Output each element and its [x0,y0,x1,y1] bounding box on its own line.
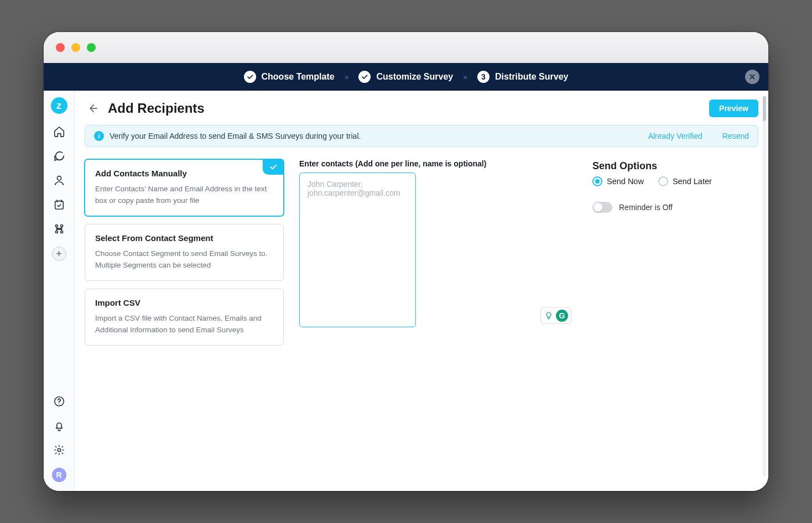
step-customize-survey[interactable]: Customize Survey [358,71,453,83]
help-icon[interactable] [53,395,66,408]
option-title: Select From Contact Segment [95,233,273,243]
checkmark-icon [358,71,371,83]
send-timing-radio-group: Send Now Send Later [592,176,758,186]
option-add-manually[interactable]: Add Contacts Manually Enter Contacts' Na… [85,159,284,216]
grammarly-icon[interactable]: G [556,310,568,322]
chat-icon[interactable] [53,149,66,163]
resend-link[interactable]: Resend [722,132,749,140]
radio-send-later[interactable]: Send Later [658,176,712,186]
window-minimize-icon[interactable] [71,43,80,52]
step-distribute-survey[interactable]: 3 Distribute Survey [477,71,568,83]
app-body: z + [44,91,768,491]
option-title: Add Contacts Manually [95,169,273,178]
window-titlebar [44,32,768,63]
contacts-textarea[interactable] [299,172,416,327]
radio-label: Send Later [673,177,712,186]
app-window: Choose Template » Customize Survey » 3 D… [44,32,768,491]
brand-logo-icon[interactable]: z [51,97,67,114]
step-label: Choose Template [262,72,335,82]
contacts-entry-column: Enter contacts (Add one per line, name i… [299,159,577,330]
option-title: Import CSV [95,298,273,307]
reminder-toggle-row: Reminder is Off [592,202,758,213]
step-label: Distribute Survey [495,72,568,82]
radio-label: Send Now [607,177,644,186]
textarea-extension-badges: G [540,307,571,324]
option-desc: Choose Contact Segment to send Email Sur… [95,248,273,271]
page-title: Add Recipients [108,101,205,116]
option-contact-segment[interactable]: Select From Contact Segment Choose Conta… [85,224,284,281]
window-zoom-icon[interactable] [87,43,96,52]
alert-text: Verify your Email Address to send Email … [110,132,361,140]
close-wizard-button[interactable] [745,70,759,84]
wizard-stepper: Choose Template » Customize Survey » 3 D… [44,63,768,91]
svg-point-5 [60,231,63,233]
svg-point-7 [58,448,61,452]
svg-point-0 [57,176,61,180]
lightbulb-icon[interactable] [544,311,554,321]
chevron-right-icon: » [463,72,467,81]
already-verified-link[interactable]: Already Verified [648,132,702,140]
gear-icon[interactable] [53,443,66,457]
input-method-options: Add Contacts Manually Enter Contacts' Na… [85,159,284,346]
contacts-label: Enter contacts (Add one per line, name i… [299,159,577,168]
workflow-icon[interactable] [53,222,66,236]
verify-email-alert: i Verify your Email Address to send Emai… [85,125,758,147]
chevron-right-icon: » [345,72,349,81]
content-columns: Add Contacts Manually Enter Contacts' Na… [85,159,758,346]
reminder-toggle[interactable] [592,202,612,213]
step-number-icon: 3 [477,71,490,83]
home-icon[interactable] [53,125,66,138]
reminder-label: Reminder is Off [619,203,673,212]
radio-on-icon [592,176,602,186]
page-header: Add Recipients Preview [85,100,758,117]
step-label: Customize Survey [376,72,453,82]
scrollbar[interactable] [762,91,767,491]
svg-rect-1 [55,201,63,210]
user-avatar[interactable]: R [52,468,66,482]
sidebar-nav: z + [44,91,75,491]
user-icon[interactable] [53,174,66,187]
window-close-icon[interactable] [56,43,65,52]
option-import-csv[interactable]: Import CSV Import a CSV file with Contac… [85,289,284,346]
preview-button[interactable]: Preview [709,100,758,117]
send-options-column: Send Options Send Now Send Later [592,159,758,213]
back-button[interactable] [85,101,100,116]
info-icon: i [94,131,104,141]
option-desc: Import a CSV file with Contact Names, Em… [95,313,273,336]
send-options-heading: Send Options [592,160,758,172]
calendar-icon[interactable] [53,198,66,211]
checkmark-icon [244,71,256,83]
svg-point-3 [60,224,63,227]
bell-icon[interactable] [53,419,66,432]
svg-point-4 [55,231,58,233]
step-choose-template[interactable]: Choose Template [244,71,335,83]
add-button[interactable]: + [52,247,66,261]
main-content: Add Recipients Preview i Verify your Ema… [75,91,768,491]
radio-send-now[interactable]: Send Now [592,176,644,186]
radio-off-icon [658,176,668,186]
svg-point-2 [55,224,58,227]
selected-check-icon [263,159,284,175]
option-desc: Enter Contacts' Name and Email Address i… [95,184,273,207]
